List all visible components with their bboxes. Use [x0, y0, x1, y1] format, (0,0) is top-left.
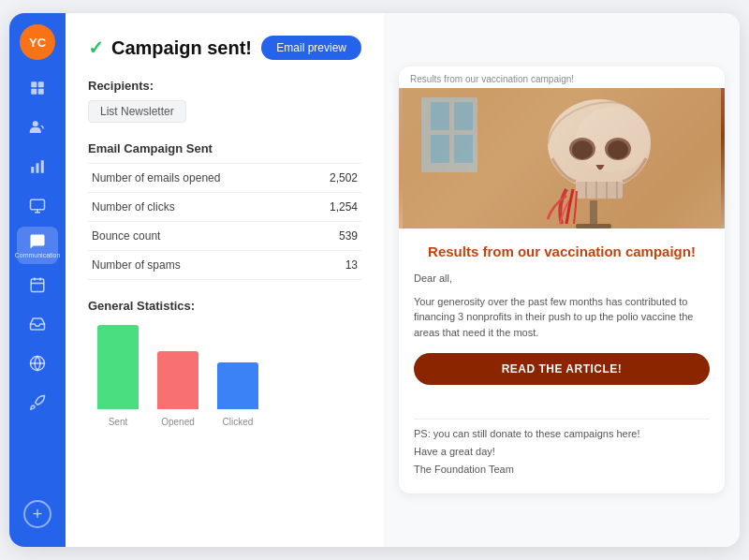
- analytics-icon: [29, 158, 46, 175]
- svg-rect-21: [454, 102, 473, 130]
- chart-bar-label: Clicked: [223, 417, 254, 427]
- email-greeting: Dear all,: [414, 271, 710, 287]
- list-newsletter-badge[interactable]: List Newsletter: [88, 100, 186, 123]
- sidebar-logo[interactable]: YC: [20, 24, 55, 60]
- inbox-icon: [29, 316, 46, 332]
- stat-value: 2,502: [304, 164, 361, 193]
- sidebar-item-monitor[interactable]: [17, 187, 58, 225]
- sidebar-add-button[interactable]: +: [23, 500, 51, 528]
- svg-rect-8: [31, 199, 45, 210]
- email-hero-image: [399, 88, 725, 228]
- sidebar-item-communication[interactable]: Communication: [17, 227, 58, 264]
- svg-rect-2: [31, 89, 37, 95]
- recipients-section: Recipients: List Newsletter: [88, 79, 361, 123]
- svg-rect-3: [38, 89, 44, 95]
- campaign-title-text: Campaign sent!: [111, 37, 252, 59]
- email-preview-button[interactable]: Email preview: [261, 36, 361, 60]
- svg-rect-7: [41, 160, 44, 173]
- users-icon: [29, 119, 46, 136]
- sidebar-item-dashboard[interactable]: [17, 69, 58, 107]
- dashboard-icon: [29, 80, 46, 96]
- svg-rect-11: [31, 279, 44, 292]
- right-panel: Results from our vaccination campaign!: [384, 13, 740, 547]
- email-card-title: Results from our vaccination campaign!: [414, 243, 710, 259]
- email-signature: The Foundation Team: [414, 461, 710, 479]
- monitor-icon: [29, 198, 46, 214]
- sidebar-item-inbox[interactable]: [17, 305, 58, 343]
- stats-row: Bounce count 539: [88, 222, 361, 251]
- svg-point-28: [572, 140, 593, 159]
- read-article-button[interactable]: READ THE ARTICLE!: [414, 353, 710, 385]
- divider: [414, 419, 710, 420]
- sidebar: YC: [9, 13, 66, 547]
- stats-row: Number of spams 13: [88, 251, 361, 280]
- stats-table: Number of emails opened 2,502 Number of …: [88, 163, 361, 280]
- sidebar-item-rocket[interactable]: [17, 384, 58, 421]
- stat-value: 13: [304, 251, 361, 280]
- chart-bar: [157, 351, 198, 409]
- email-body-text: Your generosity over the past few months…: [414, 294, 710, 341]
- hero-skull-image: [403, 88, 721, 228]
- sidebar-item-calendar[interactable]: [17, 266, 58, 303]
- chart-container: SentOpenedClicked: [88, 324, 361, 427]
- general-stats-section: General Statistics: SentOpenedClicked: [88, 299, 361, 427]
- communication-label: Communication: [15, 252, 61, 258]
- sidebar-item-users[interactable]: [17, 109, 58, 146]
- svg-rect-20: [431, 102, 449, 130]
- svg-rect-30: [576, 182, 623, 199]
- campaign-sent-title: ✓ Campaign sent!: [88, 37, 252, 59]
- sidebar-item-globe[interactable]: [17, 345, 58, 382]
- left-panel: ✓ Campaign sent! Email preview Recipient…: [66, 13, 384, 547]
- sidebar-item-analytics[interactable]: [17, 148, 58, 185]
- stats-row: Number of clicks 1,254: [88, 193, 361, 222]
- chart-bar-group: Sent: [97, 325, 139, 427]
- stat-label: Bounce count: [88, 222, 304, 251]
- recipients-label: Recipients:: [88, 79, 361, 93]
- chart-bar-label: Sent: [109, 417, 128, 427]
- stat-value: 1,254: [304, 193, 361, 222]
- email-closing: Have a great day!: [414, 443, 710, 461]
- svg-rect-6: [37, 163, 39, 173]
- main-content: ✓ Campaign sent! Email preview Recipient…: [66, 13, 740, 547]
- chart-bar-label: Opened: [161, 417, 195, 427]
- email-ps: PS: you can still donate to these campai…: [414, 425, 710, 443]
- svg-rect-5: [31, 167, 34, 173]
- stat-label: Number of spams: [88, 251, 304, 280]
- stat-label: Number of emails opened: [88, 164, 304, 193]
- email-card-top-label: Results from our vaccination campaign!: [399, 66, 725, 88]
- checkmark-icon: ✓: [88, 37, 104, 59]
- stat-value: 539: [304, 222, 361, 251]
- campaign-sent-header: ✓ Campaign sent! Email preview: [88, 36, 361, 60]
- chart-bar-group: Clicked: [217, 362, 258, 427]
- stat-label: Number of clicks: [88, 193, 304, 222]
- email-campaign-section: Email Campaign Sent Number of emails ope…: [88, 141, 361, 280]
- svg-rect-1: [38, 81, 44, 87]
- chart-bar: [97, 325, 139, 409]
- sent-section-title: Email Campaign Sent: [88, 141, 361, 155]
- svg-rect-22: [431, 135, 449, 163]
- chart-bar-group: Opened: [157, 351, 198, 427]
- email-card-footer: PS: you can still donate to these campai…: [399, 419, 725, 493]
- email-card-body: Results from our vaccination campaign! D…: [399, 228, 725, 413]
- sidebar-navigation: Communication: [17, 69, 58, 496]
- chart-bar: [217, 362, 258, 409]
- globe-icon: [29, 355, 46, 372]
- svg-point-29: [608, 140, 628, 159]
- calendar-icon: [29, 276, 46, 293]
- stats-row: Number of emails opened 2,502: [88, 164, 361, 193]
- svg-rect-36: [576, 224, 611, 228]
- general-stats-label: General Statistics:: [88, 299, 361, 313]
- rocket-icon: [29, 394, 46, 411]
- svg-point-4: [33, 121, 38, 126]
- app-container: YC: [9, 13, 740, 547]
- svg-rect-0: [31, 81, 37, 87]
- email-card: Results from our vaccination campaign!: [399, 66, 725, 493]
- communication-icon: [29, 233, 46, 250]
- svg-rect-23: [454, 135, 473, 163]
